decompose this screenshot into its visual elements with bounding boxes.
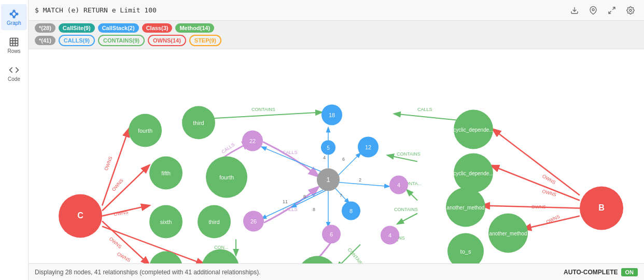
badge-method[interactable]: Method(14) — [175, 23, 214, 33]
toggle-state[interactable]: ON — [621, 268, 638, 276]
edge-num: 8 — [313, 207, 315, 212]
edge-label-calls: CALLS — [220, 142, 235, 155]
rows-icon — [9, 37, 19, 47]
node-12-label: 12 — [365, 144, 371, 150]
edge-label-contains: CONTAINS — [394, 207, 418, 212]
download-button[interactable] — [567, 3, 582, 18]
pin-icon — [589, 6, 597, 15]
edge-label-calls: CALLS — [283, 150, 298, 155]
sidebar-graph-label: Graph — [7, 20, 21, 26]
node-to-s-label: to_s — [460, 248, 471, 255]
edge-num: 2 — [359, 177, 361, 183]
app-container: Graph Rows Code $ MATCH (e) RETURN e Lim… — [0, 0, 644, 280]
svg-point-17 — [629, 9, 632, 11]
edge-owns — [102, 166, 149, 211]
filter-row-nodes: *(28) CallSite(9) CallStack(2) Class(3) … — [35, 23, 638, 33]
edge-label-contains: CALLS — [417, 107, 432, 112]
edge-label: OWNS — [116, 251, 131, 263]
status-bar: Displaying 28 nodes, 41 relationships (c… — [29, 263, 644, 280]
autocomplete-toggle[interactable]: AUTO-COMPLETE ON — [564, 268, 638, 276]
edge-label: CONTAINS — [397, 151, 421, 157]
edge-owns-b — [482, 206, 580, 208]
edge-num: 4 — [323, 155, 326, 160]
edge-step — [292, 190, 327, 207]
node-fourth1-label: fourth — [138, 128, 152, 134]
node-another1-label: another_method — [447, 205, 485, 211]
svg-line-15 — [612, 7, 615, 10]
node-third1-label: third — [193, 120, 204, 126]
badge-step[interactable]: STEP(9) — [189, 35, 221, 46]
node-22-label: 22 — [249, 138, 256, 144]
code-icon — [9, 65, 19, 75]
edge-label: OWNS — [114, 209, 129, 217]
edge-owns-b — [492, 166, 580, 201]
node-8a-label: 8 — [349, 208, 353, 214]
edge-label: OWNS — [545, 214, 561, 225]
svg-line-7 — [12, 14, 13, 16]
node-4b-label: 4 — [388, 232, 391, 239]
svg-line-5 — [15, 11, 17, 13]
node-another2-label: another_method — [489, 231, 527, 236]
edge-label-calls: CALLS — [283, 207, 298, 212]
node-fifth2[interactable] — [149, 251, 183, 264]
node-18-label: 18 — [329, 112, 335, 118]
pin-button[interactable] — [586, 3, 600, 18]
edge-step — [338, 153, 360, 176]
badge-owns[interactable]: OWNS(14) — [148, 35, 186, 46]
settings-button[interactable] — [623, 3, 638, 18]
expand-icon — [608, 6, 616, 15]
node-some-method[interactable] — [298, 256, 337, 264]
sidebar-code-label: Code — [8, 76, 20, 82]
svg-point-2 — [16, 13, 18, 15]
expand-button[interactable] — [605, 3, 619, 18]
node-cyclic1-label: cyclic_depende... — [453, 127, 493, 133]
sidebar-rows-label: Rows — [7, 48, 20, 54]
node-C-label: C — [77, 211, 83, 220]
node-5-label: 5 — [327, 145, 330, 151]
node-cyclic2-label: cyclic_depende... — [453, 171, 493, 176]
graph-icon — [9, 9, 19, 19]
top-bar: $ MATCH (e) RETURN e Limit 100 — [29, 0, 644, 21]
badge-all-nodes[interactable]: *(28) — [35, 23, 55, 33]
edge-owns-b — [493, 130, 580, 195]
svg-rect-8 — [10, 38, 18, 46]
edge-label: OWNS — [103, 156, 113, 171]
download-icon — [570, 6, 579, 15]
badge-calls[interactable]: CALLS(9) — [59, 35, 95, 46]
sidebar-item-graph[interactable]: Graph — [1, 4, 27, 30]
edge-num: 8 — [303, 194, 306, 199]
settings-icon — [626, 6, 635, 15]
graph-canvas[interactable]: OWNS OWNS OWNS OWNS OWNS OWNS OWNS OWNS … — [29, 49, 644, 263]
node-sixth-label: sixth — [160, 219, 172, 225]
edge-label: OWNS — [531, 204, 546, 209]
badge-callsite[interactable]: CallSite(9) — [59, 23, 95, 33]
edge-label: OWNS — [111, 178, 124, 192]
edge-contains — [407, 190, 417, 201]
node-method-with-n[interactable] — [202, 249, 239, 264]
edge-contains-r — [395, 114, 456, 120]
svg-line-6 — [15, 14, 17, 16]
badge-class[interactable]: Class(3) — [142, 23, 173, 33]
status-text: Displaying 28 nodes, 41 relationships (c… — [35, 269, 261, 276]
main-area: $ MATCH (e) RETURN e Limit 100 — [29, 0, 644, 280]
node-26-label: 26 — [250, 218, 257, 225]
badge-all-rels[interactable]: *(41) — [35, 36, 55, 45]
node-4a-label: 4 — [397, 182, 400, 188]
svg-line-16 — [609, 11, 611, 13]
edge-num: 11 — [283, 199, 288, 204]
sidebar-item-code[interactable]: Code — [1, 60, 27, 86]
edge-label-con: CON... — [214, 245, 229, 250]
edge-step — [338, 183, 389, 187]
edge-num: 6 — [342, 157, 345, 162]
node-fourth2-label: fourth — [219, 174, 234, 180]
top-bar-actions — [567, 3, 638, 18]
edge-contains — [398, 214, 417, 224]
node-1-label: 1 — [326, 176, 330, 184]
badge-contains[interactable]: CONTAINS(9) — [98, 35, 145, 46]
sidebar-item-rows[interactable]: Rows — [1, 32, 27, 58]
svg-point-1 — [13, 10, 15, 11]
filter-row-rels: *(41) CALLS(9) CONTAINS(9) OWNS(14) STEP… — [35, 35, 638, 46]
svg-point-0 — [10, 13, 12, 15]
filter-bar: *(28) CallSite(9) CallStack(2) Class(3) … — [29, 21, 644, 49]
badge-callstack[interactable]: CallStack(2) — [98, 23, 139, 33]
